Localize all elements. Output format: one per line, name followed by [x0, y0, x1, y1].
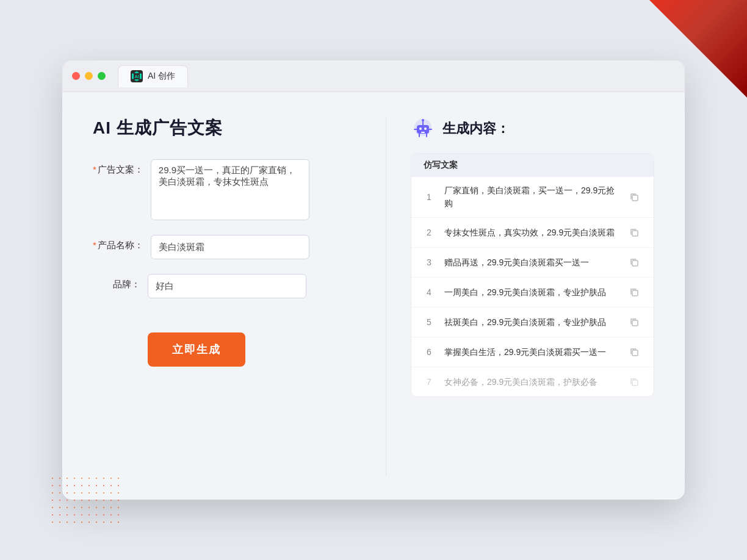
result-rows-container: 1厂家直销，美白淡斑霜，买一送一，29.9元抢购 2专抹女性斑点，真实功效，29… — [411, 177, 654, 397]
result-number: 5 — [424, 317, 435, 327]
svg-rect-16 — [632, 350, 638, 356]
brand-label: 品牌： — [93, 274, 148, 290]
svg-point-6 — [422, 119, 424, 121]
right-panel: 生成内容： 仿写文案 1厂家直销，美白淡斑霜，买一送一，29.9元抢购 2专抹女… — [411, 117, 654, 475]
ad-copy-row: *广告文案： 29.9买一送一，真正的厂家直销，美白淡斑霜，专抹女性斑点 — [93, 159, 361, 220]
brand-row: 品牌： — [93, 274, 361, 298]
bg-decoration-dots — [49, 475, 122, 523]
results-header: 仿写文案 — [411, 154, 654, 177]
browser-chrome: AI AI 创作 — [62, 60, 685, 92]
result-row: 7女神必备，29.9元美白淡斑霜，护肤必备 — [411, 367, 654, 397]
result-text: 祛斑美白，29.9元美白淡斑霜，专业护肤品 — [444, 316, 617, 329]
result-number: 4 — [424, 287, 435, 297]
close-button[interactable] — [72, 72, 80, 80]
tab-ai-create[interactable]: AI AI 创作 — [118, 65, 188, 87]
result-text: 一周美白，29.9元美白淡斑霜，专业护肤品 — [444, 286, 617, 299]
product-name-input[interactable] — [151, 235, 309, 259]
results-container: 仿写文案 1厂家直销，美白淡斑霜，买一送一，29.9元抢购 2专抹女性斑点，真实… — [411, 153, 654, 397]
right-title: 生成内容： — [442, 120, 510, 138]
robot-icon — [411, 117, 435, 141]
svg-rect-15 — [632, 320, 638, 326]
svg-rect-14 — [632, 290, 638, 296]
maximize-button[interactable] — [98, 72, 106, 80]
svg-rect-12 — [632, 231, 638, 236]
result-row: 6掌握美白生活，29.9元美白淡斑霜买一送一 — [411, 337, 654, 367]
result-number: 1 — [424, 192, 435, 202]
result-text: 专抹女性斑点，真实功效，29.9元美白淡斑霜 — [444, 226, 617, 239]
result-number: 2 — [424, 228, 435, 237]
svg-rect-4 — [421, 132, 425, 133]
ad-copy-input[interactable]: 29.9买一送一，真正的厂家直销，美白淡斑霜，专抹女性斑点 — [151, 159, 309, 220]
copy-icon[interactable] — [627, 315, 641, 329]
result-text: 女神必备，29.9元美白淡斑霜，护肤必备 — [444, 376, 617, 389]
copy-icon[interactable] — [627, 285, 641, 300]
copy-icon[interactable] — [627, 225, 641, 240]
required-star-2: * — [93, 240, 96, 250]
copy-icon[interactable] — [627, 375, 641, 389]
result-row: 1厂家直销，美白淡斑霜，买一送一，29.9元抢购 — [411, 177, 654, 218]
main-content: AI 生成广告文案 *广告文案： 29.9买一送一，真正的厂家直销，美白淡斑霜，… — [62, 92, 685, 500]
product-name-label: *产品名称： — [93, 235, 151, 251]
right-header: 生成内容： — [411, 117, 654, 141]
svg-rect-17 — [632, 380, 638, 386]
result-row: 3赠品再送，29.9元美白淡斑霜买一送一 — [411, 248, 654, 278]
result-row: 2专抹女性斑点，真实功效，29.9元美白淡斑霜 — [411, 218, 654, 248]
page-title: AI 生成广告文案 — [93, 117, 361, 140]
required-star-1: * — [93, 164, 96, 174]
browser-window: AI AI 创作 AI 生成广告文案 *广告文案： 29.9买一送一，真正的厂家… — [62, 60, 685, 500]
panel-divider — [386, 117, 386, 475]
result-number: 3 — [424, 257, 435, 267]
result-text: 厂家直销，美白淡斑霜，买一送一，29.9元抢购 — [444, 184, 617, 210]
minimize-button[interactable] — [85, 72, 93, 80]
tab-label: AI 创作 — [148, 71, 175, 82]
copy-icon[interactable] — [627, 345, 641, 359]
result-row: 4一周美白，29.9元美白淡斑霜，专业护肤品 — [411, 278, 654, 307]
svg-rect-2 — [419, 127, 422, 130]
result-text: 赠品再送，29.9元美白淡斑霜买一送一 — [444, 256, 617, 269]
svg-rect-11 — [632, 195, 638, 201]
result-text: 掌握美白生活，29.9元美白淡斑霜买一送一 — [444, 346, 617, 359]
result-number: 6 — [424, 347, 435, 357]
ai-text: AI — [135, 74, 139, 79]
svg-rect-13 — [632, 260, 638, 266]
left-panel: AI 生成广告文案 *广告文案： 29.9买一送一，真正的厂家直销，美白淡斑霜，… — [93, 117, 361, 475]
result-number: 7 — [424, 377, 435, 387]
product-name-row: *产品名称： — [93, 235, 361, 259]
result-row: 5祛斑美白，29.9元美白淡斑霜，专业护肤品 — [411, 307, 654, 337]
tab-ai-icon: AI — [131, 70, 143, 82]
copy-icon[interactable] — [627, 190, 641, 204]
ad-copy-label: *广告文案： — [93, 159, 151, 176]
copy-icon[interactable] — [627, 255, 641, 270]
svg-rect-3 — [424, 127, 427, 130]
traffic-lights — [72, 72, 106, 80]
generate-button[interactable]: 立即生成 — [148, 332, 245, 367]
brand-input[interactable] — [148, 274, 306, 298]
